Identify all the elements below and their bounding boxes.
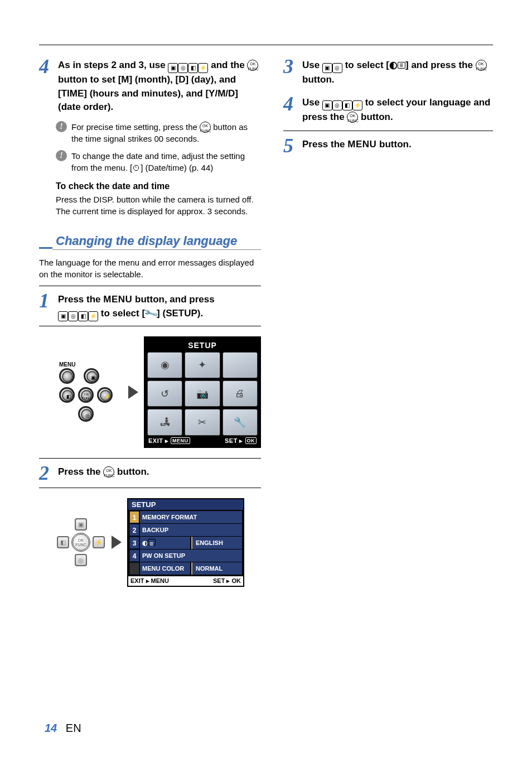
exit-label: EXIT ▸ MENU [148,437,190,445]
list-icon [148,539,156,546]
row-label: BACKUP [140,524,242,536]
step-text: Press the MENU button. [302,136,412,156]
menu-ring-icon [59,368,75,384]
globe-icon: ◐ [389,60,398,70]
setup-cell: 🏞 [147,409,182,435]
tip-precise-time: ! For precise time setting, press the OK… [56,121,261,144]
text: Press the [56,195,94,204]
section-heading: Changing the display language [52,234,261,250]
setup-cell: 📷 [185,380,220,407]
arrow-up-icon: ▣ [168,63,178,73]
dpad-center-icon: OKFUNC [71,533,90,552]
text: button, and press [135,294,215,305]
text: to select [ [101,308,145,319]
text: Use [302,97,322,108]
page-number: 14 [45,722,57,734]
list-item: 1 MEMORY FORMAT [129,511,242,523]
check-date-heading: To check the date and time [56,181,261,191]
row-num: 2 [129,524,139,536]
ok-func-icon: OKFUNC [347,112,358,123]
arrow-up-icon: ▣ [322,63,332,73]
row-value: NORMAL [191,562,242,575]
page-footer: 14 EN [45,722,81,735]
arrow-down-icon: ◎ [332,63,342,73]
step-number: 4 [39,56,55,114]
check-date-body: Press the DISP. button while the camera … [56,194,261,217]
ok-ring-icon: OKFUNC [78,387,94,403]
control-wheel-diagram: MENU ▣ ◧ OKFUNC ⚡ ◎ [56,361,123,423]
step-text: As in steps 2 and 3, use ▣◎◧⚡ and the OK… [58,56,261,114]
arrow-up-icon: ▣ [322,100,332,110]
row-label: PW ON SETUP [140,549,242,562]
step-text: Use ▣◎◧⚡ to select your language and pre… [302,94,493,124]
dpad-right-icon: ⚡ [93,536,105,548]
row-label: MENU COLOR [140,562,190,575]
tip-bullet-icon: ! [56,150,67,161]
text: ] (SETUP). [157,308,203,319]
ok-func-icon: OKFUNC [476,60,487,71]
arrow-down-icon: ◎ [178,63,188,73]
step-text: Press the OKFUNC button. [58,463,149,483]
set-label: SET ▸ OK [225,437,257,445]
text: ] and press the [405,60,476,70]
dpad-diagram: ▣ ◎ ◧ ⚡ OKFUNC [56,517,106,567]
top-rule [39,45,493,45]
right-step-3: 3 Use ▣◎ to select [◐] and press the OKF… [283,56,493,87]
text: button. [379,139,412,150]
ok-func-icon: OKFUNC [200,122,211,133]
step-number: 2 [39,463,55,483]
setup-grid: ◉ ✦ ↺ 📷 🖨 🏞 ✂ 🔧 [147,352,258,436]
step-number: 5 [283,136,299,156]
right-step-4: 4 Use ▣◎◧⚡ to select your language and p… [283,94,493,124]
setup-list-screenshot: SETUP 1 MEMORY FORMAT 2 BACKUP 3 ◐ ENGLI… [127,498,244,587]
setup-cell: 🔧 [223,409,258,435]
setup-title: SETUP [147,340,258,352]
right-ring-icon: ⚡ [97,387,113,403]
left-column: 4 As in steps 2 and 3, use ▣◎◧⚡ and the … [39,56,261,597]
left-step-2: 2 Press the OKFUNC button. [39,458,261,488]
row-num: 1 [129,511,139,523]
section-body: The language for the menu and error mess… [39,257,261,280]
setup-footer: EXIT ▸ MENU SET ▸ OK [147,436,258,445]
dpad-up-icon: ▣ [75,518,87,531]
setup-cell: ◉ [147,352,182,378]
left-step-4: 4 As in steps 2 and 3, use ▣◎◧⚡ and the … [39,56,261,114]
left-step-1: 1 Press the MENU button, and press ▣◎◧⚡ … [39,286,261,326]
clock-icon: ⏲ [132,163,141,172]
up-ring-icon: ▣ [84,368,99,384]
menu-button-label: MENU [347,139,376,150]
down-ring-icon: ◎ [78,406,94,422]
menu-button-label: MENU [103,294,132,305]
menu-label: MENU [59,361,75,368]
text: button. [361,112,393,122]
step-text: Use ▣◎ to select [◐] and press the OKFUN… [302,56,493,87]
arrow-right-icon [112,536,122,549]
arrow-right-icon [128,385,138,399]
step-number: 1 [39,291,55,321]
disp-button-label: DISP. [94,195,114,204]
content-columns: 4 As in steps 2 and 3, use ▣◎◧⚡ and the … [39,56,493,597]
setup-cell: 🖨 [223,380,258,407]
row-num: 4 [129,549,139,562]
text: Press the [58,294,103,305]
arrow-down-icon: ◎ [332,100,342,110]
list-item: 3 ◐ ENGLISH [129,537,242,549]
figure-controls-to-setup: MENU ▣ ◧ OKFUNC ⚡ ◎ SETUP ◉ ✦ ↺ 📷 🖨 🏞 [56,336,261,448]
text: ] (Date/time) (p. 44) [141,163,213,172]
ok-func-icon: OKFUNC [103,466,114,478]
heading-accent-bar [39,247,52,249]
setup-grid-screenshot: SETUP ◉ ✦ ↺ 📷 🖨 🏞 ✂ 🔧 EXIT ▸ MENU SET ▸ … [144,336,261,448]
setup-list-title: SETUP [128,499,243,510]
text: to select [ [345,60,389,70]
arrow-right-icon: ⚡ [88,311,98,321]
arrow-left-icon: ◧ [342,100,352,110]
right-step-5: 5 Press the MENU button. [283,131,493,160]
arrow-up-icon: ▣ [58,311,68,321]
text: button. [302,74,335,85]
row-label: MEMORY FORMAT [140,511,242,523]
page-lang: EN [66,722,81,734]
step-text: Press the MENU button, and press ▣◎◧⚡ to… [58,291,215,321]
set-label: SET ▸ OK [213,577,241,585]
dpad-down-icon: ◎ [75,554,87,566]
row-num [129,562,139,575]
